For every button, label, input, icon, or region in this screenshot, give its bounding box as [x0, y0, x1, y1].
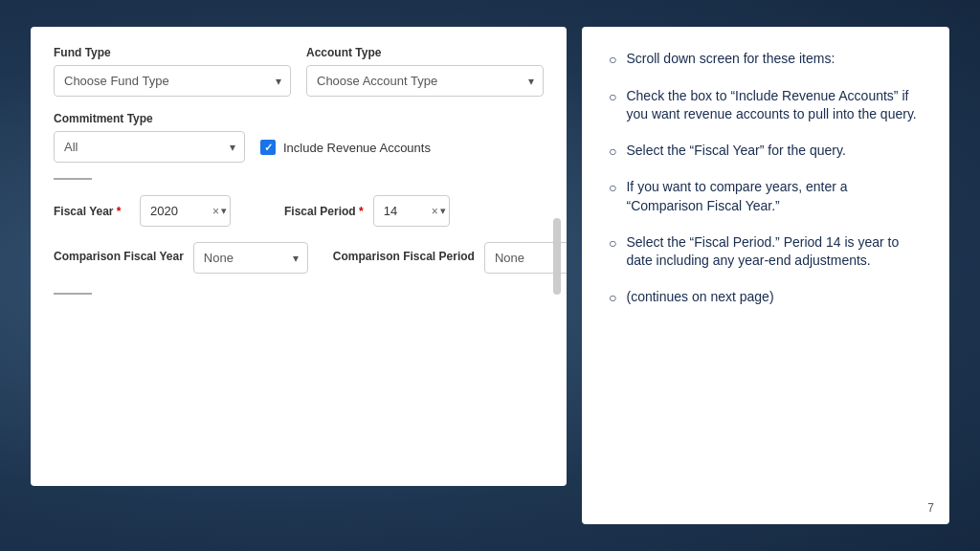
comparison-row: Comparison Fiscal Year None ▾ Comparison…	[54, 242, 544, 274]
bullet-icon: ○	[609, 234, 616, 253]
notes-list: ○ Scroll down screen for these items: ○ …	[609, 50, 923, 307]
fiscal-period-clear-button[interactable]: ×	[432, 205, 438, 218]
comparison-fiscal-year-select[interactable]: None	[193, 242, 308, 274]
account-type-label: Account Type	[306, 46, 544, 59]
divider-1	[54, 178, 92, 180]
bullet-icon: ○	[609, 51, 616, 70]
account-type-select-wrapper[interactable]: Choose Account Type ▾	[306, 65, 544, 97]
note-text-2: Check the box to “Include Revenue Accoun…	[626, 87, 923, 124]
account-type-select[interactable]: Choose Account Type	[306, 65, 544, 97]
page-number: 7	[927, 501, 934, 515]
note-text-3: Select the “Fiscal Year” for the query.	[626, 142, 845, 161]
fiscal-period-label: Fiscal Period *	[284, 205, 364, 218]
fund-type-label: Fund Type	[54, 46, 291, 59]
fiscal-year-input-wrapper: × ▾	[140, 195, 231, 227]
fiscal-year-group: Fiscal Year * × ▾	[54, 195, 231, 227]
bottom-area	[54, 293, 544, 295]
fiscal-period-required: *	[356, 205, 364, 218]
bullet-icon: ○	[609, 289, 616, 308]
include-revenue-checkbox[interactable]	[260, 140, 276, 155]
fund-type-select[interactable]: Choose Fund Type	[54, 65, 291, 97]
note-text-6: (continues on next page)	[626, 288, 773, 307]
bullet-icon: ○	[609, 88, 616, 107]
fiscal-year-clear-button[interactable]: ×	[212, 205, 219, 218]
list-item: ○ Scroll down screen for these items:	[609, 50, 923, 70]
list-item: ○ If you want to compare years, enter a …	[609, 178, 923, 215]
note-text-5: Select the “Fiscal Period.” Period 14 is…	[626, 233, 923, 271]
fiscal-year-label: Fiscal Year *	[54, 205, 130, 218]
fiscal-period-input-wrapper: × ▾	[373, 195, 450, 227]
commitment-type-group: Commitment Type All ▾	[54, 112, 245, 163]
scrollbar[interactable]	[553, 218, 561, 295]
fund-type-group: Fund Type Choose Fund Type ▾	[54, 46, 291, 97]
comparison-fiscal-period-group: Comparison Fiscal Period None ▾	[333, 242, 567, 274]
commitment-type-select-wrapper[interactable]: All ▾	[54, 131, 245, 163]
fiscal-period-group: Fiscal Period * × ▾	[284, 195, 450, 227]
fiscal-year-controls: × ▾	[212, 205, 227, 218]
comparison-fiscal-year-group: Comparison Fiscal Year None ▾	[54, 242, 308, 274]
comparison-fiscal-year-select-wrapper[interactable]: None ▾	[193, 242, 308, 274]
bullet-icon: ○	[609, 179, 616, 198]
bullet-icon: ○	[609, 143, 616, 162]
revenue-checkbox-container: Include Revenue Accounts	[260, 112, 431, 163]
list-item: ○ Select the “Fiscal Year” for the query…	[609, 142, 923, 162]
note-text-1: Scroll down screen for these items:	[626, 50, 835, 69]
fund-type-select-wrapper[interactable]: Choose Fund Type ▾	[54, 65, 291, 97]
list-item: ○ (continues on next page)	[609, 288, 923, 308]
fiscal-period-chevron-button[interactable]: ▾	[440, 205, 446, 217]
commitment-type-select[interactable]: All	[54, 131, 245, 163]
list-item: ○ Select the “Fiscal Period.” Period 14 …	[609, 233, 923, 271]
slide-container: Fund Type Choose Fund Type ▾ Account Typ…	[31, 27, 949, 524]
comparison-fiscal-period-label: Comparison Fiscal Period	[333, 242, 475, 263]
left-panel: Fund Type Choose Fund Type ▾ Account Typ…	[31, 27, 567, 486]
include-revenue-label: Include Revenue Accounts	[283, 141, 431, 155]
fiscal-row: Fiscal Year * × ▾ Fiscal Period *	[54, 195, 544, 227]
list-item: ○ Check the box to “Include Revenue Acco…	[609, 87, 923, 124]
commitment-type-label: Commitment Type	[54, 112, 245, 125]
fiscal-period-controls: × ▾	[432, 205, 446, 218]
divider-2	[54, 293, 92, 295]
note-text-4: If you want to compare years, enter a “C…	[626, 178, 923, 215]
account-type-group: Account Type Choose Account Type ▾	[306, 46, 544, 97]
comparison-fiscal-year-label: Comparison Fiscal Year	[54, 242, 184, 263]
fiscal-year-chevron-button[interactable]: ▾	[221, 205, 227, 217]
include-revenue-row: Include Revenue Accounts	[260, 140, 431, 155]
commitment-row: Commitment Type All ▾ Include Revenue Ac…	[54, 112, 544, 163]
fiscal-year-required: *	[114, 205, 122, 218]
fund-account-row: Fund Type Choose Fund Type ▾ Account Typ…	[54, 46, 544, 97]
right-panel: ○ Scroll down screen for these items: ○ …	[582, 27, 949, 524]
